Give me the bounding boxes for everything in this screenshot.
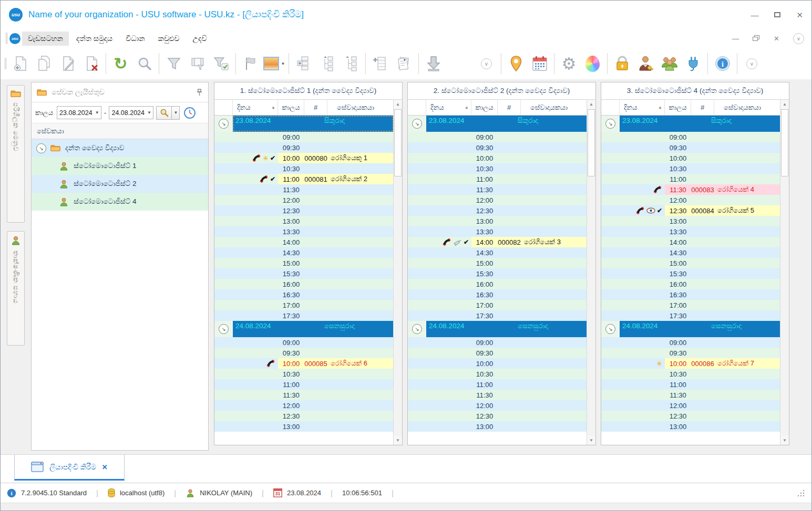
time-slot-row[interactable]: 13:30 (408, 226, 587, 237)
filter-icon[interactable] (162, 51, 186, 76)
time-slot-row[interactable]: 09:00 (601, 337, 780, 348)
usu-menu-icon[interactable]: usu (9, 33, 20, 44)
time-slot-row[interactable]: 13:00 (214, 216, 393, 226)
header-number[interactable]: # (304, 100, 327, 115)
side-tab-user-menu[interactable]: පරිශීලක මෙනුව (7, 85, 25, 223)
mdi-restore-button[interactable] (753, 35, 760, 41)
filter-panel-icon[interactable] (186, 51, 209, 76)
menu-item-1[interactable]: දත්ත සමුදාය (70, 32, 118, 46)
time-slot-row[interactable]: 11:00 (408, 174, 587, 184)
menu-item-2[interactable]: විධාන (120, 32, 150, 46)
header-client[interactable]: සේවාදායකයා (327, 100, 393, 115)
time-slot-row[interactable]: 10:30 (408, 163, 587, 174)
header-number[interactable]: # (498, 100, 521, 115)
search-options-dropdown[interactable]: ▼ (172, 106, 180, 120)
lock-icon[interactable] (610, 51, 634, 76)
time-slot-row[interactable]: 11:00 (408, 379, 587, 390)
date-group-row[interactable]: ↘ 24.08.2024 සෙනසුරාදා (601, 321, 780, 337)
time-slot-row[interactable]: 12:30 (408, 411, 587, 421)
date-group-row[interactable]: ↘ 23.08.2024 සිකුරාදා (214, 116, 393, 132)
overflow-chevron-icon[interactable]: ∨ (740, 51, 764, 76)
header-date[interactable]: දිනය▲ (620, 100, 665, 115)
header-time[interactable]: කාලය (278, 100, 304, 115)
date-group-row[interactable]: ↘ 24.08.2024 සෙනසුරාදා (408, 321, 587, 337)
scroll-thumb[interactable] (781, 109, 788, 176)
mdi-minimize-button[interactable]: — (732, 35, 739, 42)
date-group-row[interactable]: ↘ 24.08.2024 සෙනසුරාදා (214, 321, 393, 337)
tree-group-dentistry[interactable]: ↘දන්ත වෛද්‍ය විද්‍යාව (32, 139, 208, 157)
time-slot-row[interactable]: 12:00 (408, 195, 587, 205)
time-slot-row[interactable]: 14:30 (214, 247, 393, 258)
time-slot-row[interactable]: 17:30 (408, 310, 587, 321)
settings-icon[interactable]: ⚙ (557, 51, 581, 76)
appointment-row[interactable]: 11:30 000083 රෝගියෙක් 4 (601, 184, 780, 195)
scroll-up-icon[interactable]: ▲ (780, 100, 789, 109)
search-icon[interactable] (132, 51, 156, 76)
time-slot-row[interactable]: 14:30 (408, 247, 587, 258)
time-slot-row[interactable]: 09:30 (214, 348, 393, 358)
menu-item-4[interactable]: උදව් (187, 32, 213, 46)
time-slot-row[interactable]: 10:30 (601, 369, 780, 379)
delete-record-icon[interactable] (79, 51, 103, 76)
time-slot-row[interactable]: 09:00 (214, 337, 393, 348)
time-slot-row[interactable]: 17:00 (408, 300, 587, 310)
time-slot-row[interactable]: 16:30 (601, 289, 780, 300)
time-slot-row[interactable]: 12:30 (214, 205, 393, 216)
resize-grip[interactable] (796, 489, 805, 497)
report-icon[interactable] (392, 51, 416, 76)
date-from-field[interactable]: 23.08.2024 ▼ (57, 106, 101, 119)
minimize-button[interactable]: — (751, 11, 758, 19)
flag-icon[interactable] (239, 51, 262, 76)
time-slot-row[interactable]: 12:00 (214, 195, 393, 205)
time-slot-row[interactable]: 10:30 (214, 163, 393, 174)
header-client[interactable]: සේවාදායකයා (521, 100, 587, 115)
new-record-icon[interactable] (8, 51, 32, 76)
users-icon[interactable] (657, 51, 681, 76)
time-slot-row[interactable]: 13:00 (601, 421, 780, 432)
menu-item-0[interactable]: වැඩසටහන (22, 32, 69, 46)
time-slot-row[interactable]: 17:00 (214, 300, 393, 310)
time-slot-row[interactable]: 11:30 (408, 390, 587, 400)
time-slot-row[interactable]: 11:30 (408, 184, 587, 195)
time-slot-row[interactable]: 11:00 (601, 174, 780, 184)
menu-item-3[interactable]: කවුළුව (152, 32, 186, 46)
toolbar-overflow-icon[interactable]: ∨ (793, 33, 804, 44)
time-slot-row[interactable]: 11:30 (214, 390, 393, 400)
header-time[interactable]: කාලය (665, 100, 691, 115)
header-date[interactable]: දිනය▲ (426, 100, 471, 115)
time-slot-row[interactable]: 15:00 (214, 258, 393, 268)
time-slot-row[interactable]: 13:00 (408, 421, 587, 432)
time-slot-row[interactable]: 10:30 (601, 163, 780, 174)
user-rights-icon[interactable] (634, 51, 657, 76)
pin-icon[interactable] (196, 89, 203, 96)
time-slot-row[interactable]: 16:00 (214, 279, 393, 289)
time-slot-row[interactable]: 10:00 (408, 358, 587, 369)
time-slot-row[interactable]: 15:00 (601, 258, 780, 268)
time-slot-row[interactable]: 12:00 (214, 400, 393, 411)
time-slot-row[interactable]: 13:00 (408, 216, 587, 226)
time-slot-row[interactable]: 17:30 (214, 310, 393, 321)
time-slot-row[interactable]: 17:00 (601, 300, 780, 310)
time-slot-row[interactable]: 13:00 (214, 421, 393, 432)
date-group-row[interactable]: ↘ 23.08.2024 සිකුරාදා (408, 116, 587, 132)
scroll-down-icon[interactable]: ▼ (394, 436, 402, 445)
time-slot-row[interactable]: 16:00 (408, 279, 587, 289)
scroll-thumb[interactable] (588, 109, 595, 176)
date-group-row[interactable]: ↘ 23.08.2024 සිකුරාදා (601, 116, 780, 132)
time-slot-row[interactable]: 10:30 (408, 369, 587, 379)
copy-record-icon[interactable] (32, 51, 56, 76)
add-table-icon[interactable] (368, 51, 392, 76)
mdi-close-button[interactable]: ✕ (774, 35, 779, 42)
time-slot-row[interactable]: 12:30 (408, 205, 587, 216)
header-date[interactable]: දිනය▲ (233, 100, 278, 115)
time-slot-row[interactable]: 10:00 (408, 153, 587, 163)
tree-item-employee[interactable]: ස්ටෝමොටොජීස්ට් 4 (32, 193, 208, 211)
about-icon[interactable]: i (711, 51, 734, 76)
time-slot-row[interactable]: 09:30 (408, 142, 587, 153)
time-slot-row[interactable]: 13:00 (601, 216, 780, 226)
header-time[interactable]: කාලය (471, 100, 498, 115)
time-slot-row[interactable]: 14:30 (601, 247, 780, 258)
appointment-row[interactable]: ✔ 12:30 000084 රෝගියෙක් 5 (601, 205, 780, 216)
tree-expand-icon[interactable] (339, 51, 363, 76)
appointment-row[interactable]: 10:00 000085 රෝගියෙක් 6 (214, 358, 393, 369)
